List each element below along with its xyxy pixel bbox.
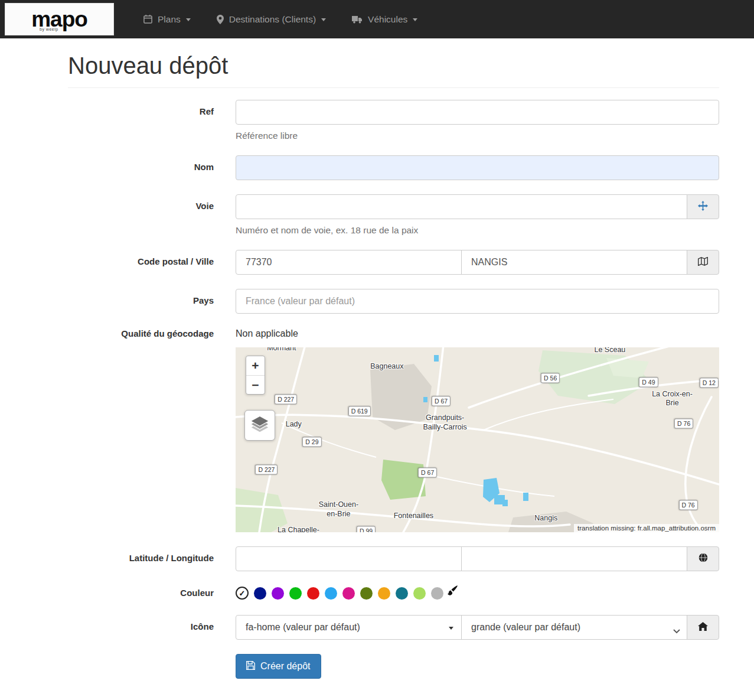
nom-label: Nom: [68, 155, 227, 180]
map[interactable]: MormantBagneauxLe SceauLa Croix-en-BrieL…: [236, 347, 719, 532]
road-badge: D 227: [255, 464, 278, 474]
nav-item-plans[interactable]: Plans: [130, 0, 204, 38]
ref-row: Ref Référence libre: [68, 100, 719, 141]
code-postal-ville-label: Code postal / Ville: [68, 250, 227, 275]
map-row: MormantBagneauxLe SceauLa Croix-en-BrieL…: [68, 347, 719, 532]
map-place-label: Bagneaux: [370, 362, 403, 372]
couleur-label: Couleur: [68, 585, 227, 601]
road-badge: D 56: [541, 373, 560, 383]
navbar: mapo by weelp Plans Destinations (Client…: [0, 0, 754, 38]
code-postal-input[interactable]: [236, 250, 462, 275]
move-arrows-icon: [698, 201, 708, 213]
chevron-down-icon: [673, 626, 680, 636]
color-swatch[interactable]: [378, 587, 390, 600]
lat-lng-row: Latitude / Longitude: [68, 546, 719, 571]
road-badge: D 12: [700, 378, 719, 388]
longitude-input[interactable]: [461, 546, 687, 571]
create-depot-button[interactable]: Créer dépôt: [236, 654, 321, 679]
nav-item-destinations[interactable]: Destinations (Clients): [204, 0, 339, 38]
voie-input[interactable]: [236, 194, 687, 219]
layers-icon: [251, 416, 269, 435]
voie-row: Voie Numéro et nom de voie, ex. 18 rue d…: [68, 194, 719, 236]
voie-help-text: Numéro et nom de voie, ex. 18 rue de la …: [236, 225, 719, 236]
brand-subtitle: by weelp: [40, 27, 58, 31]
road-badge: D 67: [418, 468, 437, 478]
road-badge: D 49: [639, 377, 658, 388]
caret-down-icon: [449, 627, 453, 630]
map-place-label: Fontenailles: [394, 512, 433, 522]
color-swatch[interactable]: [342, 587, 355, 600]
color-swatch[interactable]: [325, 587, 337, 600]
calendar-icon: [143, 15, 152, 24]
latitude-input[interactable]: [236, 546, 462, 571]
submit-row-spacer: [68, 654, 227, 679]
nom-input[interactable]: [236, 155, 719, 180]
ref-label: Ref: [68, 100, 227, 141]
map-place-label: Lady: [286, 421, 302, 430]
ville-input[interactable]: [461, 250, 687, 275]
paint-brush-icon[interactable]: [448, 585, 458, 598]
code-postal-ville-row: Code postal / Ville: [68, 250, 719, 275]
layers-control-button[interactable]: [244, 410, 275, 441]
map-place-label: La Chapelle-: [278, 526, 319, 532]
show-on-map-button[interactable]: [687, 250, 719, 275]
couleur-row: Couleur ✓: [68, 585, 719, 601]
pays-label: Pays: [68, 289, 227, 314]
map-place-label: La Croix-en-Brie: [649, 390, 696, 408]
geocodage-row: Qualité du géocodage Non applicable: [68, 328, 719, 339]
color-swatch[interactable]: [431, 587, 443, 600]
chevron-down-icon: [413, 18, 417, 21]
geocode-button[interactable]: [687, 546, 719, 571]
voie-label: Voie: [68, 194, 227, 236]
road-badge: D 29: [302, 437, 321, 447]
nom-row: Nom: [68, 155, 719, 180]
ref-input[interactable]: [236, 100, 719, 125]
map-row-spacer: [68, 347, 227, 532]
map-place-label: Le Sceau: [594, 347, 625, 355]
color-swatch[interactable]: [360, 587, 373, 600]
check-icon: ✓: [239, 589, 246, 598]
nav-item-vehicules[interactable]: Véhicules: [339, 0, 430, 38]
map-place-label: Saint-Ouen- en-Brie: [319, 501, 358, 519]
icon-size-select-value: grande (valeur par défaut): [471, 622, 580, 633]
road-badge: D 99: [357, 526, 376, 532]
color-swatch[interactable]: [254, 587, 266, 600]
zoom-out-button[interactable]: −: [246, 375, 265, 394]
ref-help-text: Référence libre: [236, 131, 719, 141]
zoom-control: + −: [246, 356, 265, 395]
geocodage-label: Qualité du géocodage: [68, 328, 227, 339]
icon-select-value: fa-home (valeur par défaut): [246, 622, 360, 633]
road-badge: D 619: [348, 406, 371, 416]
map-attribution: translation missing: fr.all.map_attribut…: [574, 524, 719, 532]
submit-row: Créer dépôt: [68, 654, 719, 679]
color-swatch[interactable]: [307, 587, 319, 600]
truck-icon: [352, 15, 363, 24]
pays-row: Pays: [68, 289, 719, 314]
page-title: Nouveau dépôt: [68, 53, 719, 79]
road-badge: D 227: [275, 394, 297, 404]
road-badge: D 76: [674, 419, 693, 429]
locate-address-button[interactable]: [687, 194, 719, 219]
color-swatch[interactable]: [396, 587, 408, 600]
map-marker-icon: [217, 15, 224, 24]
color-swatch[interactable]: [413, 587, 426, 600]
icon-select[interactable]: fa-home (valeur par défaut): [236, 615, 462, 640]
icon-size-select[interactable]: grande (valeur par défaut): [461, 615, 687, 640]
icone-label: Icône: [68, 615, 227, 640]
icon-preview-addon[interactable]: [687, 615, 719, 640]
color-none-option[interactable]: ✓: [236, 587, 249, 600]
icone-row: Icône fa-home (valeur par défaut) grande…: [68, 615, 719, 640]
pays-input[interactable]: [236, 289, 719, 314]
map-place-label: Mormant: [267, 347, 296, 353]
nav-item-label: Plans: [158, 14, 181, 25]
color-swatch[interactable]: [272, 587, 284, 600]
main-content: Nouveau dépôt Ref Référence libre Nom Vo…: [68, 38, 719, 695]
color-swatches: [254, 587, 449, 600]
brand-logo[interactable]: mapo by weelp: [5, 3, 114, 35]
globe-icon: [698, 553, 708, 565]
map-place-label: Nangis: [534, 514, 557, 523]
color-swatch[interactable]: [289, 587, 302, 600]
zoom-in-button[interactable]: +: [246, 356, 265, 375]
create-depot-label: Créer dépôt: [260, 661, 311, 672]
title-divider: [68, 87, 719, 88]
